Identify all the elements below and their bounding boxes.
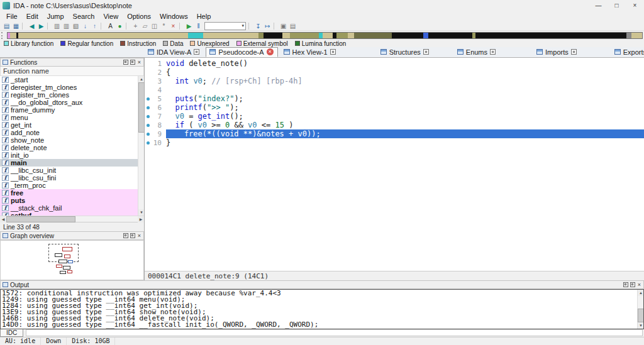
float-icon[interactable] <box>130 233 135 238</box>
tab-idc[interactable]: IDC <box>0 329 23 337</box>
function-row--libc-csu-fini[interactable]: f__libc_csu_fini <box>0 174 138 182</box>
tab-exports[interactable]: Exports <box>611 47 644 57</box>
edit-struct-icon[interactable]: ▱ <box>140 22 150 30</box>
undock-icon[interactable] <box>423 49 429 55</box>
text-search-icon[interactable]: A <box>106 22 115 30</box>
debugger-start-icon[interactable]: ▶ <box>184 22 194 30</box>
jump-prev-icon[interactable]: ↑ <box>90 22 99 30</box>
lumina-icon[interactable]: ● <box>115 22 125 30</box>
dock-icon[interactable] <box>623 282 628 287</box>
function-row-get-int[interactable]: fget_int <box>0 121 138 129</box>
save-icon[interactable]: ▦ <box>11 22 21 30</box>
function-name-column-header[interactable]: Function name <box>0 67 144 76</box>
watch-list-icon[interactable]: ▤ <box>288 22 297 30</box>
tab-structures[interactable]: Structures <box>377 47 433 57</box>
function-row-menu[interactable]: fmenu <box>0 114 138 121</box>
pseudocode-line[interactable]: 5 puts("index?"); <box>145 94 644 103</box>
copy-all-icon[interactable]: ▥ <box>62 22 71 30</box>
scrollbar-thumb[interactable] <box>138 82 144 133</box>
step-into-icon[interactable]: ↧ <box>253 22 263 30</box>
graph-overview-canvas[interactable] <box>0 240 144 280</box>
menu-help[interactable]: Help <box>192 12 216 21</box>
function-row--stack-chk-fail[interactable]: f__stack_chk_fail <box>0 204 138 212</box>
navigate-forward-icon[interactable]: ▶ <box>36 22 46 30</box>
function-row-add-note[interactable]: fadd_note <box>0 129 138 136</box>
scrollbar-thumb[interactable] <box>638 309 644 322</box>
function-row--start[interactable]: f_start <box>0 76 138 84</box>
tab-pseudocode-a[interactable]: Pseudocode-A× <box>206 47 277 57</box>
output-vertical-scrollbar[interactable] <box>637 290 643 329</box>
menu-search[interactable]: Search <box>69 12 99 21</box>
float-icon[interactable] <box>630 282 635 287</box>
menu-options[interactable]: Options <box>123 12 155 21</box>
undock-icon[interactable] <box>330 49 336 55</box>
maximize-button[interactable]: □ <box>608 0 626 11</box>
snapshot-icon[interactable]: ◫ <box>150 22 159 30</box>
undock-icon[interactable] <box>194 49 199 55</box>
add-struct-icon[interactable]: + <box>131 22 140 30</box>
undock-icon[interactable] <box>490 49 496 55</box>
scroll-left-icon[interactable] <box>0 216 6 222</box>
function-row-puts[interactable]: fputs <box>0 197 138 204</box>
scroll-down-icon[interactable] <box>638 322 644 329</box>
undock-icon[interactable] <box>571 49 577 55</box>
function-row--libc-csu-init[interactable]: f__libc_csu_init <box>0 167 138 174</box>
pseudocode-line[interactable]: 4 <box>145 85 644 94</box>
close-panel-icon[interactable]: × <box>637 282 641 287</box>
copy-data-icon[interactable]: ▥ <box>52 22 62 30</box>
menu-windows[interactable]: Windows <box>155 12 192 21</box>
pseudocode-line[interactable]: 10} <box>145 138 644 147</box>
pseudocode-editor[interactable]: 1void delete_note()2{3 int v0; // [rsp+C… <box>145 58 644 271</box>
close-panel-icon[interactable]: × <box>137 60 142 65</box>
cancel-action-icon[interactable]: × <box>169 22 178 30</box>
pseudocode-line[interactable]: 1void delete_note() <box>145 59 644 68</box>
command-line-input[interactable] <box>26 329 643 336</box>
step-over-icon[interactable]: ↦ <box>263 22 272 30</box>
function-row-init-io[interactable]: finit_io <box>0 151 138 159</box>
function-row-show-note[interactable]: fshow_note <box>0 136 138 144</box>
scroll-down-icon[interactable] <box>138 209 144 216</box>
close-tab-icon[interactable]: × <box>267 48 274 55</box>
pseudocode-line[interactable]: 8 if ( v0 >= 0 && v0 <= 15 ) <box>145 121 644 129</box>
scroll-up-icon[interactable] <box>138 76 144 82</box>
jump-next-icon[interactable]: ↓ <box>80 22 90 30</box>
function-row-free[interactable]: ffree <box>0 189 138 197</box>
debugger-pause-icon[interactable]: ‖ <box>194 22 203 30</box>
function-row-main[interactable]: fmain <box>0 159 138 167</box>
scroll-up-icon[interactable] <box>638 290 644 296</box>
pseudocode-line[interactable]: 7 v0 = get_int(); <box>145 112 644 121</box>
minimize-button[interactable]: — <box>589 0 608 11</box>
patch-program-icon[interactable]: * <box>159 22 169 30</box>
function-row-delete-note[interactable]: fdelete_note <box>0 144 138 151</box>
navigation-band[interactable] <box>7 32 643 39</box>
tab-imports[interactable]: Imports <box>533 47 580 57</box>
functions-vertical-scrollbar[interactable] <box>138 76 144 216</box>
pseudocode-line[interactable]: 3 int v0; // [rsp+Ch] [rbp-4h] <box>145 77 644 85</box>
navband-drag-handle[interactable] <box>1 32 6 39</box>
paste-data-icon[interactable]: ▧ <box>71 22 80 30</box>
debugger-selector[interactable]: ▾ <box>204 22 246 30</box>
tab-ida-view-a[interactable]: IDA View-A <box>145 47 203 57</box>
function-row--do-global-dtors-aux[interactable]: f__do_global_dtors_aux <box>0 99 138 106</box>
breakpoint-list-icon[interactable]: ▣ <box>279 22 288 30</box>
float-icon[interactable] <box>130 60 135 65</box>
tab-hex-view-1[interactable]: Hex View-1 <box>280 47 340 57</box>
function-row-deregister-tm-clones[interactable]: fderegister_tm_clones <box>0 84 138 91</box>
scroll-right-icon[interactable] <box>138 216 144 222</box>
menu-edit[interactable]: Edit <box>22 12 43 21</box>
pseudocode-line[interactable]: 9 free(*((void **)&notes + v0)); <box>145 129 644 138</box>
function-row--term-proc[interactable]: f_term_proc <box>0 182 138 189</box>
output-content[interactable]: 1572: conditional instruction was optimi… <box>0 289 644 329</box>
close-panel-icon[interactable]: × <box>137 233 142 238</box>
menu-jump[interactable]: Jump <box>43 12 69 21</box>
menu-file[interactable]: File <box>2 12 22 21</box>
tab-enums[interactable]: Enums <box>454 47 499 57</box>
menu-view[interactable]: View <box>99 12 123 21</box>
navigate-back-icon[interactable]: ◀ <box>27 22 36 30</box>
dock-icon[interactable] <box>123 60 128 65</box>
function-row-frame-dummy[interactable]: fframe_dummy <box>0 106 138 114</box>
close-button[interactable]: × <box>626 0 644 11</box>
pseudocode-line[interactable]: 6 printf(">> "); <box>145 103 644 112</box>
pseudocode-line[interactable]: 2{ <box>145 68 644 77</box>
functions-horizontal-scrollbar[interactable] <box>0 216 144 222</box>
